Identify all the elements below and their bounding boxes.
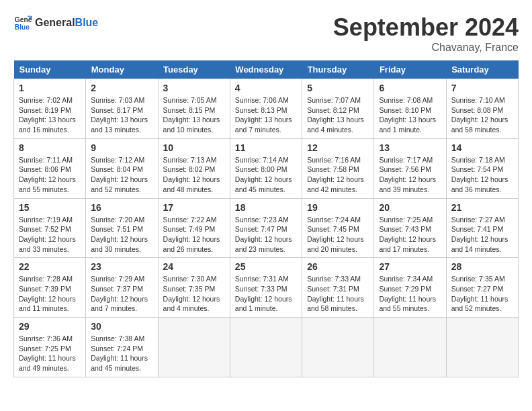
calendar-cell: 18Sunrise: 7:23 AMSunset: 7:47 PMDayligh… [230, 198, 302, 258]
logo-icon: General Blue [13, 13, 32, 32]
calendar-cell: 21Sunrise: 7:27 AMSunset: 7:41 PMDayligh… [446, 198, 518, 258]
day-detail: Sunrise: 7:17 AMSunset: 7:56 PMDaylight:… [379, 155, 441, 195]
col-header-sunday: Sunday [14, 60, 86, 79]
day-number: 24 [163, 261, 225, 272]
day-number: 30 [91, 321, 152, 332]
calendar-cell: 28Sunrise: 7:35 AMSunset: 7:27 PMDayligh… [446, 258, 518, 318]
week-row-3: 15Sunrise: 7:19 AMSunset: 7:52 PMDayligh… [14, 198, 519, 258]
col-header-saturday: Saturday [446, 60, 518, 79]
day-number: 3 [163, 83, 225, 93]
col-header-tuesday: Tuesday [158, 60, 230, 79]
calendar-cell: 19Sunrise: 7:24 AMSunset: 7:45 PMDayligh… [302, 198, 374, 258]
day-detail: Sunrise: 7:13 AMSunset: 8:02 PMDaylight:… [163, 155, 225, 195]
day-number: 17 [163, 202, 225, 213]
day-detail: Sunrise: 7:18 AMSunset: 7:54 PMDaylight:… [451, 155, 513, 195]
calendar-cell: 11Sunrise: 7:14 AMSunset: 8:00 PMDayligh… [230, 138, 302, 198]
logo: General Blue GeneralBlue [13, 13, 98, 32]
day-number: 16 [91, 202, 152, 213]
day-detail: Sunrise: 7:34 AMSunset: 7:29 PMDaylight:… [379, 274, 441, 314]
calendar-cell: 29Sunrise: 7:36 AMSunset: 7:25 PMDayligh… [14, 318, 86, 377]
calendar-cell: 5Sunrise: 7:07 AMSunset: 8:12 PMDaylight… [302, 79, 374, 139]
calendar-cell: 24Sunrise: 7:30 AMSunset: 7:35 PMDayligh… [158, 258, 230, 318]
day-number: 23 [91, 261, 152, 272]
calendar-cell: 22Sunrise: 7:28 AMSunset: 7:39 PMDayligh… [14, 258, 86, 318]
calendar-cell: 4Sunrise: 7:06 AMSunset: 8:13 PMDaylight… [230, 79, 302, 139]
calendar-cell [446, 318, 518, 377]
day-detail: Sunrise: 7:22 AMSunset: 7:49 PMDaylight:… [163, 215, 225, 255]
day-detail: Sunrise: 7:05 AMSunset: 8:15 PMDaylight:… [163, 95, 225, 135]
day-detail: Sunrise: 7:28 AMSunset: 7:39 PMDaylight:… [19, 274, 81, 314]
month-title: September 2024 [333, 13, 519, 42]
day-detail: Sunrise: 7:20 AMSunset: 7:51 PMDaylight:… [91, 215, 152, 255]
calendar-cell: 6Sunrise: 7:08 AMSunset: 8:10 PMDaylight… [374, 79, 446, 139]
day-number: 14 [451, 142, 513, 153]
day-number: 26 [307, 261, 369, 272]
calendar-cell [230, 318, 302, 377]
calendar-table: SundayMondayTuesdayWednesdayThursdayFrid… [13, 60, 519, 377]
calendar-cell: 13Sunrise: 7:17 AMSunset: 7:56 PMDayligh… [374, 138, 446, 198]
day-number: 13 [379, 142, 441, 153]
day-number: 22 [19, 261, 81, 272]
day-detail: Sunrise: 7:31 AMSunset: 7:33 PMDaylight:… [235, 274, 297, 314]
day-number: 15 [19, 202, 81, 213]
title-area: September 2024 Chavanay, France [333, 13, 519, 54]
day-detail: Sunrise: 7:06 AMSunset: 8:13 PMDaylight:… [235, 95, 297, 135]
calendar-cell: 15Sunrise: 7:19 AMSunset: 7:52 PMDayligh… [14, 198, 86, 258]
calendar-cell: 9Sunrise: 7:12 AMSunset: 8:04 PMDaylight… [86, 138, 158, 198]
day-number: 11 [235, 142, 297, 153]
day-number: 10 [163, 142, 225, 153]
day-number: 2 [91, 83, 152, 93]
day-number: 1 [19, 83, 81, 93]
day-detail: Sunrise: 7:02 AMSunset: 8:19 PMDaylight:… [19, 95, 81, 135]
day-number: 12 [307, 142, 369, 153]
svg-text:Blue: Blue [15, 24, 30, 31]
day-number: 5 [307, 83, 369, 93]
day-detail: Sunrise: 7:23 AMSunset: 7:47 PMDaylight:… [235, 215, 297, 255]
day-number: 25 [235, 261, 297, 272]
day-number: 9 [91, 142, 152, 153]
calendar-cell: 1Sunrise: 7:02 AMSunset: 8:19 PMDaylight… [14, 79, 86, 139]
day-detail: Sunrise: 7:25 AMSunset: 7:43 PMDaylight:… [379, 215, 441, 255]
week-row-1: 1Sunrise: 7:02 AMSunset: 8:19 PMDaylight… [14, 79, 519, 139]
calendar-cell [158, 318, 230, 377]
col-header-thursday: Thursday [302, 60, 374, 79]
day-detail: Sunrise: 7:24 AMSunset: 7:45 PMDaylight:… [307, 215, 369, 255]
day-detail: Sunrise: 7:38 AMSunset: 7:24 PMDaylight:… [91, 334, 152, 373]
day-detail: Sunrise: 7:30 AMSunset: 7:35 PMDaylight:… [163, 274, 225, 314]
calendar-cell: 2Sunrise: 7:03 AMSunset: 8:17 PMDaylight… [86, 79, 158, 139]
calendar-cell: 23Sunrise: 7:29 AMSunset: 7:37 PMDayligh… [86, 258, 158, 318]
calendar-cell: 30Sunrise: 7:38 AMSunset: 7:24 PMDayligh… [86, 318, 158, 377]
day-number: 6 [379, 83, 441, 93]
day-number: 29 [19, 321, 81, 332]
day-number: 28 [451, 261, 513, 272]
calendar-cell: 17Sunrise: 7:22 AMSunset: 7:49 PMDayligh… [158, 198, 230, 258]
day-number: 20 [379, 202, 441, 213]
calendar-cell: 12Sunrise: 7:16 AMSunset: 7:58 PMDayligh… [302, 138, 374, 198]
week-row-5: 29Sunrise: 7:36 AMSunset: 7:25 PMDayligh… [14, 318, 519, 377]
location-title: Chavanay, France [333, 42, 519, 54]
calendar-cell [374, 318, 446, 377]
day-number: 7 [451, 83, 513, 93]
calendar-cell: 7Sunrise: 7:10 AMSunset: 8:08 PMDaylight… [446, 79, 518, 139]
day-detail: Sunrise: 7:27 AMSunset: 7:41 PMDaylight:… [451, 215, 513, 255]
day-detail: Sunrise: 7:11 AMSunset: 8:06 PMDaylight:… [19, 155, 81, 195]
day-detail: Sunrise: 7:29 AMSunset: 7:37 PMDaylight:… [91, 274, 152, 314]
day-detail: Sunrise: 7:36 AMSunset: 7:25 PMDaylight:… [19, 334, 81, 373]
header: General Blue GeneralBlue September 2024 … [13, 13, 519, 54]
day-detail: Sunrise: 7:35 AMSunset: 7:27 PMDaylight:… [451, 274, 513, 314]
day-number: 27 [379, 261, 441, 272]
day-number: 18 [235, 202, 297, 213]
day-number: 21 [451, 202, 513, 213]
day-detail: Sunrise: 7:33 AMSunset: 7:31 PMDaylight:… [307, 274, 369, 314]
calendar-cell: 14Sunrise: 7:18 AMSunset: 7:54 PMDayligh… [446, 138, 518, 198]
calendar-cell: 26Sunrise: 7:33 AMSunset: 7:31 PMDayligh… [302, 258, 374, 318]
day-number: 8 [19, 142, 81, 153]
calendar-cell: 16Sunrise: 7:20 AMSunset: 7:51 PMDayligh… [86, 198, 158, 258]
calendar-cell: 20Sunrise: 7:25 AMSunset: 7:43 PMDayligh… [374, 198, 446, 258]
logo-general: GeneralBlue [35, 17, 98, 29]
day-detail: Sunrise: 7:14 AMSunset: 8:00 PMDaylight:… [235, 155, 297, 195]
week-row-2: 8Sunrise: 7:11 AMSunset: 8:06 PMDaylight… [14, 138, 519, 198]
day-detail: Sunrise: 7:12 AMSunset: 8:04 PMDaylight:… [91, 155, 152, 195]
day-detail: Sunrise: 7:03 AMSunset: 8:17 PMDaylight:… [91, 95, 152, 135]
calendar-cell [302, 318, 374, 377]
